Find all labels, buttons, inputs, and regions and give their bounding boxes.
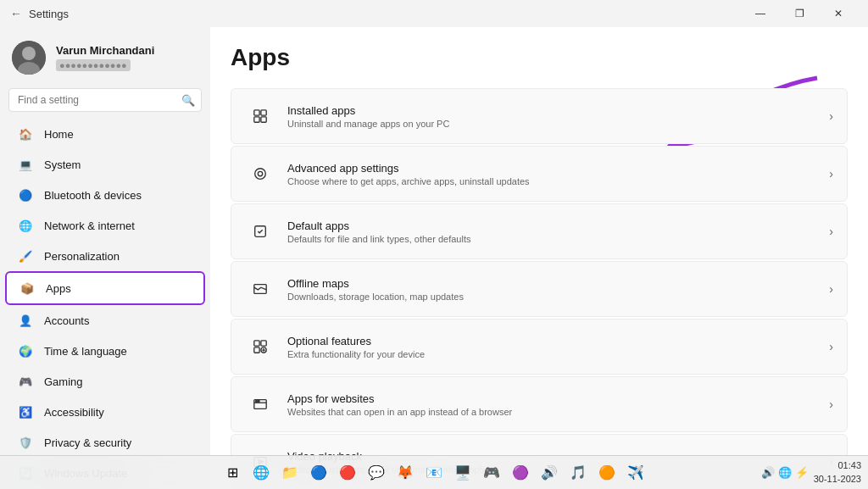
settings-desc-apps-for-websites: Websites that can open in an app instead… — [287, 407, 829, 417]
settings-icon-apps-for-websites — [245, 389, 275, 420]
title-bar-title: Settings — [29, 8, 69, 20]
svg-rect-5 — [261, 110, 266, 115]
sidebar-item-accessibility[interactable]: ♿ Accessibility — [5, 397, 205, 427]
svg-point-8 — [255, 169, 266, 180]
browser-icon[interactable]: 🌐 — [248, 459, 275, 486]
settings-item-offline-maps[interactable]: Offline maps Downloads, storage location… — [231, 261, 848, 317]
sidebar-item-network[interactable]: 🌐 Network & internet — [5, 210, 205, 241]
nav-icon-privacy-security: 🛡️ — [17, 434, 34, 451]
chevron-right-icon: › — [829, 167, 833, 181]
nav-label-accessibility: Accessibility — [44, 406, 104, 419]
chevron-right-icon: › — [829, 397, 833, 411]
nav-label-home: Home — [44, 128, 74, 141]
settings-open-icon[interactable]: 🖥️ — [449, 459, 476, 486]
settings-text-apps-for-websites: Apps for websites Websites that can open… — [287, 392, 829, 417]
svg-rect-14 — [254, 347, 259, 353]
nav-icon-network: 🌐 — [17, 217, 34, 234]
title-bar-controls: — ❐ ✕ — [741, 0, 858, 27]
file-explorer-icon[interactable]: 📁 — [276, 459, 303, 486]
user-info: Varun Mirchandani ●●●●●●●●●●●● — [56, 44, 154, 72]
svg-point-18 — [258, 401, 259, 403]
clock-date: 30-11-2023 — [814, 473, 861, 486]
settings-desc-advanced-app-settings: Choose where to get apps, archive apps, … — [287, 176, 829, 186]
settings-list: Installed apps Uninstall and manage apps… — [231, 88, 848, 489]
settings-item-apps-for-websites[interactable]: Apps for websites Websites that can open… — [231, 376, 848, 432]
system-tray: 🔊 🌐 ⚡ — [761, 466, 808, 479]
nav-icon-gaming: 🎮 — [17, 373, 34, 390]
spotify-icon[interactable]: 🔊 — [536, 459, 563, 486]
settings-desc-optional-features: Extra functionality for your device — [287, 349, 829, 359]
taskbar: ⊞🌐📁🔵🔴💬🦊📧🖥️🎮🟣🔊🎵🟠✈️ 🔊 🌐 ⚡ 01:43 30-11-2023 — [0, 455, 868, 489]
settings-item-default-apps[interactable]: Default apps Defaults for file and link … — [231, 203, 848, 259]
settings-title-optional-features: Optional features — [287, 335, 829, 347]
brave-icon[interactable]: 🟠 — [593, 459, 620, 486]
sidebar-item-bluetooth[interactable]: 🔵 Bluetooth & devices — [5, 180, 205, 210]
sidebar-item-home[interactable]: 🏠 Home — [5, 119, 205, 149]
title-bar-left: ← Settings — [10, 7, 69, 20]
nav-icon-system: 💻 — [17, 156, 34, 173]
gaming-icon[interactable]: 🎮 — [478, 459, 505, 486]
settings-title-apps-for-websites: Apps for websites — [287, 392, 829, 405]
user-profile[interactable]: Varun Mirchandani ●●●●●●●●●●●● — [0, 27, 210, 85]
svg-point-17 — [256, 401, 258, 403]
search-input[interactable] — [8, 88, 202, 112]
settings-title-offline-maps: Offline maps — [287, 277, 829, 290]
store-icon[interactable]: 🔴 — [334, 459, 361, 486]
settings-item-installed-apps[interactable]: Installed apps Uninstall and manage apps… — [231, 88, 848, 144]
sidebar-item-privacy-security[interactable]: 🛡️ Privacy & security — [5, 427, 205, 458]
taskbar-right: 🔊 🌐 ⚡ 01:43 30-11-2023 — [761, 459, 861, 486]
svg-point-9 — [258, 171, 262, 175]
sidebar-item-gaming[interactable]: 🎮 Gaming — [5, 366, 205, 397]
settings-text-optional-features: Optional features Extra functionality fo… — [287, 335, 829, 359]
nav-label-accounts: Accounts — [44, 314, 89, 327]
windows-start-icon[interactable]: ⊞ — [219, 459, 246, 486]
clock: 01:43 30-11-2023 — [814, 459, 861, 486]
nav-icon-time-language: 🌍 — [17, 342, 34, 359]
avatar — [12, 41, 46, 75]
sidebar: Varun Mirchandani ●●●●●●●●●●●● 🔍 🏠 Home … — [0, 27, 210, 489]
user-email: ●●●●●●●●●●●● — [56, 59, 131, 71]
music-icon[interactable]: 🎵 — [565, 459, 592, 486]
svg-rect-4 — [254, 110, 259, 115]
nav-icon-bluetooth: 🔵 — [17, 186, 34, 203]
teams-icon[interactable]: 💬 — [363, 459, 390, 486]
nav-icon-personalization: 🖌️ — [17, 247, 34, 264]
bluetooth-taskbar-icon[interactable]: 🔵 — [305, 459, 332, 486]
settings-text-offline-maps: Offline maps Downloads, storage location… — [287, 277, 829, 302]
nav-label-system: System — [44, 158, 81, 171]
discord-icon[interactable]: 🟣 — [507, 459, 534, 486]
mail-icon[interactable]: 📧 — [420, 459, 448, 486]
page-title: Apps — [231, 44, 848, 71]
nav-label-gaming: Gaming — [44, 375, 83, 388]
svg-rect-6 — [254, 117, 259, 122]
nav-label-privacy-security: Privacy & security — [44, 436, 131, 449]
settings-title-installed-apps: Installed apps — [287, 104, 829, 117]
settings-desc-default-apps: Defaults for file and link types, other … — [287, 234, 829, 244]
maximize-button[interactable]: ❐ — [780, 0, 819, 27]
search-icon: 🔍 — [181, 94, 195, 107]
search-box: 🔍 — [8, 88, 202, 112]
settings-text-installed-apps: Installed apps Uninstall and manage apps… — [287, 104, 829, 129]
nav-list: 🏠 Home 💻 System 🔵 Bluetooth & devices 🌐 … — [0, 119, 210, 488]
sidebar-item-apps[interactable]: 📦 Apps — [5, 271, 205, 305]
firefox-icon[interactable]: 🦊 — [392, 459, 419, 486]
svg-rect-12 — [254, 341, 259, 346]
nav-icon-home: 🏠 — [17, 125, 34, 142]
app-container: Varun Mirchandani ●●●●●●●●●●●● 🔍 🏠 Home … — [0, 27, 868, 489]
minimize-button[interactable]: — — [741, 0, 780, 27]
sidebar-item-system[interactable]: 💻 System — [5, 149, 205, 180]
settings-item-optional-features[interactable]: Optional features Extra functionality fo… — [231, 319, 848, 375]
settings-item-advanced-app-settings[interactable]: Advanced app settings Choose where to ge… — [231, 146, 848, 202]
sidebar-item-accounts[interactable]: 👤 Accounts — [5, 305, 205, 336]
settings-icon-optional-features — [245, 331, 275, 362]
chevron-right-icon: › — [829, 225, 833, 238]
close-button[interactable]: ✕ — [819, 0, 858, 27]
nav-label-network: Network & internet — [44, 219, 135, 232]
sidebar-item-time-language[interactable]: 🌍 Time & language — [5, 336, 205, 366]
back-icon[interactable]: ← — [10, 7, 22, 20]
settings-desc-offline-maps: Downloads, storage location, map updates — [287, 292, 829, 302]
settings-icon-offline-maps — [245, 274, 275, 304]
user-name: Varun Mirchandani — [56, 44, 154, 57]
sidebar-item-personalization[interactable]: 🖌️ Personalization — [5, 241, 205, 271]
telegram-icon[interactable]: ✈️ — [622, 459, 649, 486]
